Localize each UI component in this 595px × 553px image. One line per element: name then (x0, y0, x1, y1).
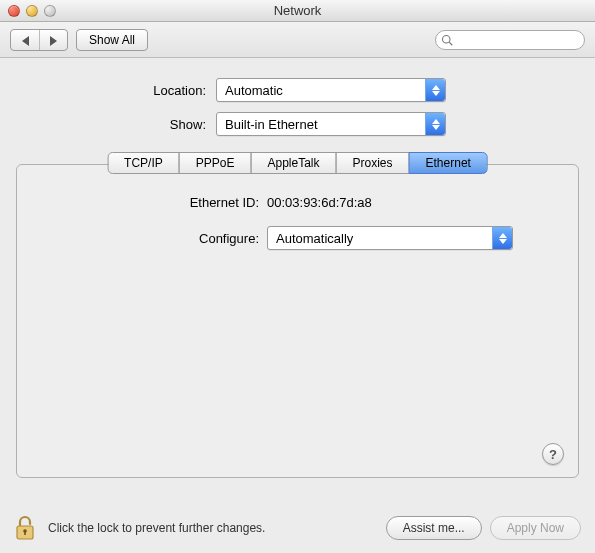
tabbar: TCP/IPPPPoEAppleTalkProxiesEthernet (107, 152, 488, 174)
nav-back-forward (10, 29, 68, 51)
settings-panel: Ethernet ID: 00:03:93:6d:7d:a8 Configure… (16, 164, 579, 478)
window-title: Network (0, 3, 595, 18)
back-button[interactable] (11, 30, 39, 51)
help-button[interactable]: ? (542, 443, 564, 465)
ethernet-id-value: 00:03:93:6d:7d:a8 (267, 195, 372, 210)
configure-value: Automatically (276, 231, 353, 246)
apply-now-button: Apply Now (490, 516, 581, 540)
show-label: Show: (16, 117, 216, 132)
main-content: Location: Automatic Show: Built-in Ether… (0, 58, 595, 490)
help-icon: ? (549, 447, 557, 462)
titlebar: Network (0, 0, 595, 22)
chevron-right-icon (50, 36, 57, 46)
search-icon (441, 34, 453, 46)
chevron-left-icon (22, 36, 29, 46)
svg-point-0 (443, 35, 451, 43)
location-value: Automatic (225, 83, 283, 98)
tab-tcp-ip[interactable]: TCP/IP (107, 152, 180, 174)
ethernet-id-row: Ethernet ID: 00:03:93:6d:7d:a8 (35, 195, 560, 210)
lock-text: Click the lock to prevent further change… (48, 521, 265, 535)
tab-proxies[interactable]: Proxies (336, 152, 410, 174)
forward-button[interactable] (39, 30, 67, 51)
tab-pppoe[interactable]: PPPoE (179, 152, 252, 174)
select-stepper-icon (425, 79, 445, 101)
select-stepper-icon (425, 113, 445, 135)
search-input[interactable] (435, 30, 585, 50)
location-select[interactable]: Automatic (216, 78, 446, 102)
select-stepper-icon (492, 227, 512, 249)
configure-row: Configure: Automatically (35, 226, 560, 250)
show-value: Built-in Ethernet (225, 117, 318, 132)
tab-appletalk[interactable]: AppleTalk (250, 152, 336, 174)
tab-ethernet[interactable]: Ethernet (409, 152, 488, 174)
assist-me-button[interactable]: Assist me... (386, 516, 482, 540)
lock-icon[interactable] (14, 515, 36, 541)
configure-select[interactable]: Automatically (267, 226, 513, 250)
configure-label: Configure: (35, 231, 267, 246)
show-row: Show: Built-in Ethernet (16, 112, 579, 136)
footer: Click the lock to prevent further change… (0, 503, 595, 553)
show-select[interactable]: Built-in Ethernet (216, 112, 446, 136)
ethernet-id-label: Ethernet ID: (35, 195, 267, 210)
search-wrap (435, 30, 585, 50)
toolbar: Show All (0, 22, 595, 58)
svg-line-1 (449, 42, 452, 45)
settings-panel-wrap: TCP/IPPPPoEAppleTalkProxiesEthernet Ethe… (16, 164, 579, 478)
show-all-button[interactable]: Show All (76, 29, 148, 51)
location-row: Location: Automatic (16, 78, 579, 102)
svg-rect-4 (24, 531, 26, 535)
location-label: Location: (16, 83, 216, 98)
